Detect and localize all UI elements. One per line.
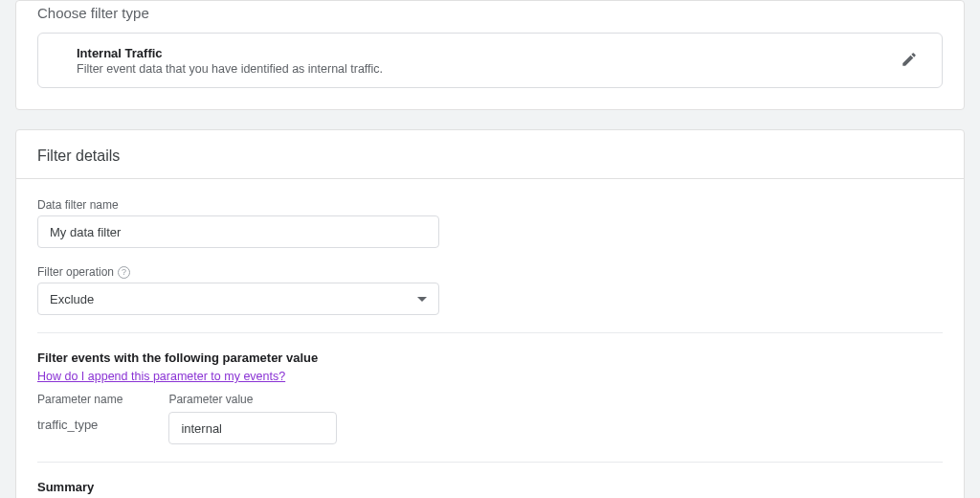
filter-operation-select[interactable]: Exclude	[37, 283, 439, 315]
summary-title: Summary	[37, 480, 943, 494]
filter-events-block: Filter events with the following paramet…	[37, 351, 943, 444]
filter-name-label: Data filter name	[37, 198, 943, 212]
summary-block: Summary Exclude events where the value o…	[37, 480, 943, 498]
divider	[37, 462, 943, 463]
filter-name-input[interactable]	[37, 215, 439, 248]
append-parameter-help-link[interactable]: How do I append this parameter to my eve…	[37, 370, 285, 383]
filter-details-title: Filter details	[37, 147, 943, 165]
choose-filter-type-title: Choose filter type	[37, 5, 943, 21]
filter-operation-block: Filter operation ? Exclude	[37, 265, 943, 315]
parameter-value-input[interactable]	[168, 412, 337, 444]
filter-operation-label: Filter operation ?	[37, 265, 943, 279]
filter-events-heading: Filter events with the following paramet…	[37, 351, 943, 365]
filter-type-card-text: Internal Traffic Filter event data that …	[77, 46, 383, 76]
parameter-value-col: Parameter value	[168, 393, 337, 444]
edit-filter-type-button[interactable]	[894, 45, 924, 76]
choose-filter-type-panel: Choose filter type Internal Traffic Filt…	[15, 0, 965, 110]
parameter-name-label: Parameter name	[37, 393, 122, 406]
filter-type-card[interactable]: Internal Traffic Filter event data that …	[37, 33, 943, 88]
filter-details-panel: Filter details Data filter name Filter o…	[15, 129, 965, 498]
parameter-name-value: traffic_type	[37, 412, 122, 432]
help-icon[interactable]: ?	[118, 266, 130, 279]
filter-details-header: Filter details	[16, 130, 964, 179]
pencil-icon	[901, 51, 918, 71]
filter-operation-value: Exclude	[50, 292, 94, 306]
filter-details-body: Data filter name Filter operation ? Excl…	[16, 179, 964, 498]
parameter-row: Parameter name traffic_type Parameter va…	[37, 393, 943, 444]
divider	[37, 332, 943, 333]
parameter-name-col: Parameter name traffic_type	[37, 393, 122, 444]
parameter-value-label: Parameter value	[168, 393, 337, 406]
filter-name-block: Data filter name	[37, 198, 943, 248]
filter-type-card-title: Internal Traffic	[77, 46, 383, 60]
chevron-down-icon	[417, 297, 427, 302]
filter-type-card-description: Filter event data that you have identifi…	[77, 62, 383, 76]
